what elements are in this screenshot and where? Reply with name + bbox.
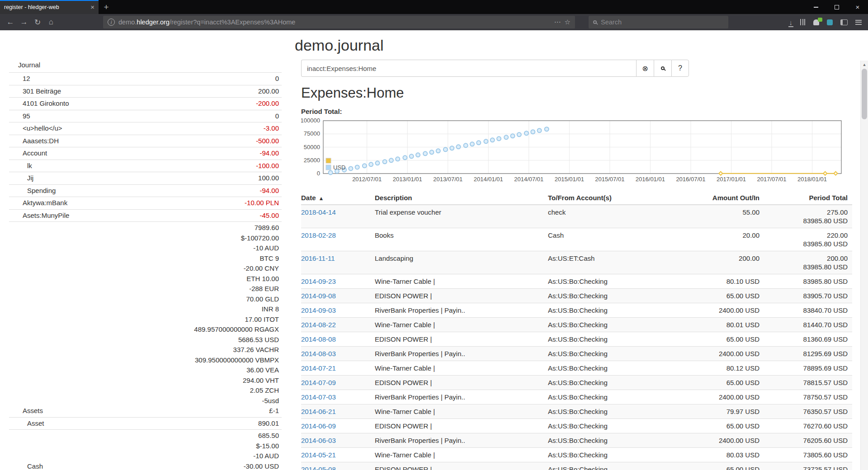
menu-icon[interactable] bbox=[855, 20, 862, 25]
transaction-row[interactable]: 2014-05-08EDISON POWER |As:US:Bo:Checkin… bbox=[301, 462, 852, 470]
account-name[interactable]: 301 Beiträge bbox=[9, 86, 61, 97]
account-row[interactable]: Spending-94.00 bbox=[9, 184, 282, 197]
transaction-row[interactable]: 2014-08-08EDISON POWER |As:US:Bo:Checkin… bbox=[301, 332, 852, 347]
search-button[interactable] bbox=[654, 60, 671, 77]
transaction-date-link[interactable]: 2014-05-08 bbox=[301, 465, 336, 470]
account-name[interactable]: lk bbox=[9, 161, 32, 171]
scrollbar-thumb[interactable] bbox=[862, 69, 867, 119]
transaction-date-link[interactable]: 2014-08-03 bbox=[301, 350, 336, 357]
library-icon[interactable] bbox=[800, 19, 806, 25]
amount-cell: 80.01 USD bbox=[688, 318, 764, 332]
transaction-date-link[interactable]: 2014-07-03 bbox=[301, 393, 336, 401]
browser-search-field[interactable]: Search bbox=[589, 16, 728, 28]
account-name[interactable]: Asset bbox=[9, 418, 44, 429]
scroll-up-icon[interactable]: ▲ bbox=[861, 62, 868, 67]
back-button[interactable]: ← bbox=[4, 15, 17, 29]
new-tab-button[interactable]: + bbox=[99, 0, 114, 14]
account-row[interactable]: Aaasets:DH-500.00 bbox=[9, 135, 282, 147]
transaction-row[interactable]: 2014-08-22Wine-Tarner Cable |As:US:Bo:Ch… bbox=[301, 318, 852, 332]
transaction-date-link[interactable]: 2014-06-03 bbox=[301, 437, 336, 444]
account-name[interactable]: Account bbox=[9, 148, 47, 159]
query-input[interactable] bbox=[301, 60, 636, 77]
account-row[interactable]: Jij100.00 bbox=[9, 172, 282, 184]
sidebar-toggle-icon[interactable] bbox=[840, 19, 848, 25]
transaction-row[interactable]: 2014-09-08EDISON POWER |As:US:Bo:Checkin… bbox=[301, 289, 852, 303]
window-close-button[interactable]: × bbox=[847, 0, 868, 14]
window-maximize-button[interactable] bbox=[826, 0, 847, 14]
account-row[interactable]: Asset890.01 bbox=[9, 417, 282, 430]
transaction-date-link[interactable]: 2018-02-28 bbox=[301, 231, 336, 239]
transaction-date-link[interactable]: 2014-06-09 bbox=[301, 422, 336, 430]
tab-close-icon[interactable]: × bbox=[90, 3, 94, 11]
account-name[interactable]: 12 bbox=[9, 74, 30, 84]
transaction-date-link[interactable]: 2016-11-11 bbox=[301, 254, 335, 262]
home-button[interactable]: ⌂ bbox=[44, 15, 58, 29]
url-bar[interactable]: i demo.hledger.org/register?q=inacct%3AE… bbox=[103, 16, 575, 28]
forward-button[interactable]: → bbox=[17, 15, 31, 29]
transaction-row[interactable]: 2014-06-03RiverBank Properties | Payin..… bbox=[301, 433, 852, 448]
transaction-date-link[interactable]: 2014-09-03 bbox=[301, 306, 336, 314]
extension-icon[interactable] bbox=[827, 19, 833, 25]
account-row[interactable]: lk-100.00 bbox=[9, 160, 282, 172]
transaction-row[interactable]: 2018-04-14Trial expense vouchercheck55.0… bbox=[301, 205, 852, 228]
transaction-row[interactable]: 2018-02-28BooksCash20.00220.0083985.80 U… bbox=[301, 228, 852, 251]
transaction-date-link[interactable]: 2018-04-14 bbox=[301, 208, 336, 216]
transaction-date-link[interactable]: 2014-07-21 bbox=[301, 364, 336, 372]
transaction-row[interactable]: 2014-07-21Wine-Tarner Cable |As:US:Bo:Ch… bbox=[301, 361, 852, 376]
amount-cell: 80.10 USD bbox=[688, 274, 764, 289]
transaction-row[interactable]: 2014-07-09EDISON POWER |As:US:Bo:Checkin… bbox=[301, 376, 852, 390]
account-name[interactable]: Assets bbox=[9, 406, 43, 416]
account-row[interactable]: 950 bbox=[9, 110, 282, 122]
bookmark-star-icon[interactable]: ☆ bbox=[565, 18, 571, 26]
browser-tab[interactable]: register - hledger-web × bbox=[0, 0, 99, 14]
page-info-icon[interactable]: i bbox=[108, 19, 115, 26]
transaction-row[interactable]: 2014-08-03RiverBank Properties | Payin..… bbox=[301, 347, 852, 361]
account-row[interactable]: Asets:MunyPile-45.00 bbox=[9, 209, 282, 222]
extension-ghostery-icon[interactable] bbox=[813, 19, 819, 25]
account-name[interactable]: Asets:MunyPile bbox=[9, 211, 69, 221]
account-row[interactable]: 4101 Girokonto-200.00 bbox=[9, 97, 282, 110]
window-minimize-button[interactable] bbox=[806, 0, 826, 14]
transaction-date-link[interactable]: 2014-06-21 bbox=[301, 408, 336, 415]
transaction-row[interactable]: 2014-06-09EDISON POWER |As:US:Bo:Checkin… bbox=[301, 419, 852, 433]
transaction-date-link[interactable]: 2014-09-23 bbox=[301, 277, 336, 285]
transaction-row[interactable]: 2014-09-03RiverBank Properties | Payin..… bbox=[301, 303, 852, 318]
account-name[interactable]: <u>hello</u> bbox=[9, 123, 62, 134]
clear-query-button[interactable]: ⊗ bbox=[636, 60, 654, 77]
column-header[interactable]: To/From Account(s) bbox=[548, 191, 688, 205]
column-header[interactable]: Amount Out/In bbox=[688, 191, 764, 205]
transaction-date-link[interactable]: 2014-09-08 bbox=[301, 292, 336, 300]
account-name[interactable]: 4101 Girokonto bbox=[9, 99, 69, 109]
account-name[interactable]: Spending bbox=[9, 186, 56, 196]
account-row[interactable]: Aktywa:mBank-10.00 PLN bbox=[9, 197, 282, 209]
account-row[interactable]: Assets7989.60$-100720.00-10 AUDBTC 9-20.… bbox=[9, 221, 282, 417]
transaction-row[interactable]: 2014-05-21Wine-Tarner Cable |As:US:Bo:Ch… bbox=[301, 448, 852, 462]
transaction-row[interactable]: 2014-07-03RiverBank Properties | Payin..… bbox=[301, 390, 852, 404]
page-scrollbar[interactable]: ▲ ▼ bbox=[860, 61, 868, 470]
transaction-date-link[interactable]: 2014-07-09 bbox=[301, 379, 336, 386]
reload-button[interactable]: ↻ bbox=[31, 15, 44, 29]
transaction-row[interactable]: 2014-06-21Wine-Tarner Cable |As:US:Bo:Ch… bbox=[301, 404, 852, 419]
account-name[interactable]: Aaasets:DH bbox=[9, 136, 59, 146]
account-name[interactable]: Aktywa:mBank bbox=[9, 198, 67, 208]
account-row[interactable]: 120 bbox=[9, 72, 282, 85]
account-row[interactable]: 301 Beiträge200.00 bbox=[9, 85, 282, 98]
downloads-icon[interactable]: ↓ bbox=[789, 19, 793, 26]
account-row[interactable]: Account-94.00 bbox=[9, 147, 282, 160]
column-header[interactable]: Date▲ bbox=[301, 191, 375, 205]
account-row[interactable]: Cash685.50$-15.00-10 AUD-30.00 USD bbox=[9, 429, 282, 470]
account-name[interactable]: Cash bbox=[9, 461, 43, 470]
transaction-row[interactable]: 2014-09-23Wine-Tarner Cable |As:US:Bo:Ch… bbox=[301, 274, 852, 289]
transaction-date-link[interactable]: 2014-05-21 bbox=[301, 451, 336, 459]
page-actions-icon[interactable]: ⋯ bbox=[554, 18, 561, 26]
account-name[interactable]: Jij bbox=[9, 173, 33, 183]
help-button[interactable]: ? bbox=[671, 60, 689, 77]
account-name[interactable]: 95 bbox=[9, 111, 30, 122]
transaction-date-link[interactable]: 2014-08-22 bbox=[301, 321, 336, 329]
transaction-row[interactable]: 2016-11-11LandscapingAs:US:ET:Cash200.00… bbox=[301, 251, 852, 274]
column-header[interactable]: Period Total bbox=[764, 191, 852, 205]
column-header[interactable]: Description bbox=[375, 191, 548, 205]
sidebar-journal-link[interactable]: Journal bbox=[9, 61, 282, 72]
transaction-date-link[interactable]: 2014-08-08 bbox=[301, 335, 336, 343]
account-row[interactable]: <u>hello</u>-3.00 bbox=[9, 122, 282, 135]
